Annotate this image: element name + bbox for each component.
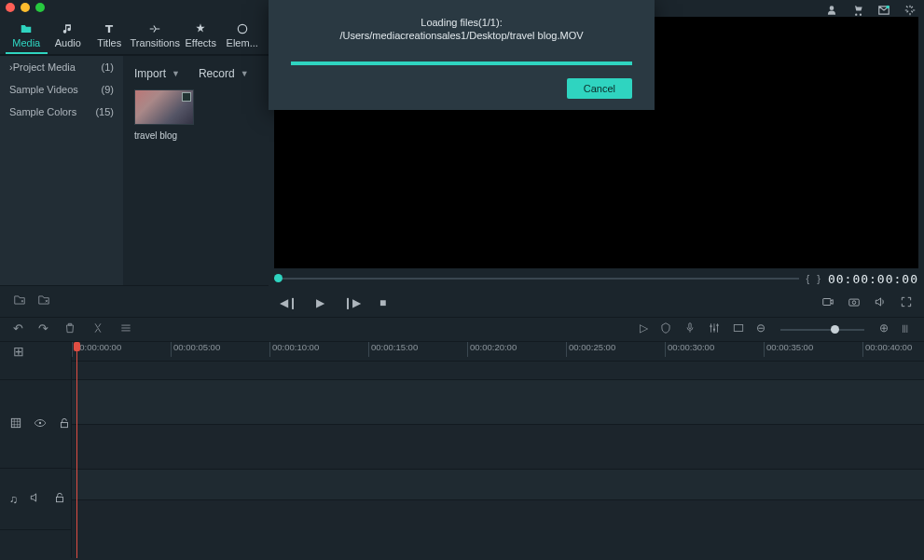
timeline-ruler[interactable]: 00:00:00:00 00:00:05:00 00:00:10:00 00:0… — [72, 342, 924, 361]
timeline-panel: ↶ ↷ ▷ ⊖ ⊕ ⫼ ⊞ ♫ — [0, 317, 924, 559]
play-button[interactable]: ▶ — [316, 296, 324, 309]
fullscreen-icon[interactable] — [900, 295, 913, 311]
ruler-mark: 00:00:30:00 — [665, 342, 764, 357]
add-track-button[interactable]: ⊞ — [0, 342, 71, 361]
loading-dialog: Loading files(1/1): /Users/mediacreation… — [269, 0, 655, 110]
track-row[interactable] — [72, 499, 924, 530]
zoom-out-button[interactable]: ⊖ — [756, 321, 765, 337]
tab-media[interactable]: Media — [6, 17, 48, 54]
tab-effects[interactable]: Effects — [180, 17, 222, 54]
marker-icon[interactable] — [659, 321, 672, 337]
panel-tabs: Media Audio Titles Transitions Effects E… — [0, 17, 269, 55]
new-folder-icon[interactable] — [13, 294, 26, 309]
svg-point-8 — [716, 324, 718, 326]
music-icon — [48, 20, 90, 37]
chevron-down-icon: ▼ — [172, 69, 180, 78]
render-icon[interactable]: ▷ — [640, 321, 648, 337]
tab-audio[interactable]: Audio — [48, 17, 90, 54]
delete-folder-icon[interactable] — [37, 294, 50, 309]
clip-name: travel blog — [134, 130, 194, 141]
media-clip[interactable]: travel blog — [134, 89, 194, 141]
transitions-icon — [131, 20, 180, 37]
category-label: Sample Colors — [9, 106, 76, 117]
ruler-mark: 00:00:00:00 — [72, 342, 171, 357]
category-sample-colors[interactable]: Sample Colors (15) — [0, 101, 123, 123]
audio-track-header[interactable]: ♫ — [0, 469, 71, 530]
close-window-icon[interactable] — [6, 3, 15, 12]
mark-in-icon[interactable]: { — [807, 273, 810, 284]
playhead[interactable] — [76, 342, 77, 558]
import-dropdown[interactable]: Import ▼ — [134, 67, 180, 80]
voiceover-icon[interactable] — [683, 321, 696, 337]
elements-icon — [221, 20, 263, 37]
playback-quality-icon[interactable] — [821, 295, 834, 311]
video-track-header[interactable] — [0, 379, 71, 469]
clip-type-icon — [182, 92, 191, 102]
mixer-icon[interactable] — [708, 321, 721, 337]
playhead-handle[interactable] — [74, 342, 80, 351]
track-lock-icon[interactable] — [58, 417, 71, 432]
maximize-window-icon[interactable] — [35, 3, 45, 12]
media-panel: Media Audio Titles Transitions Effects E… — [0, 17, 269, 317]
category-sample-videos[interactable]: Sample Videos (9) — [0, 78, 123, 101]
preview-actions — [821, 295, 913, 311]
category-list: ›Project Media (1) Sample Videos (9) Sam… — [0, 56, 123, 285]
zoom-handle[interactable] — [831, 325, 839, 334]
category-project-media[interactable]: ›Project Media (1) — [0, 56, 123, 78]
guides-icon[interactable] — [732, 321, 745, 337]
cancel-button[interactable]: Cancel — [567, 78, 632, 99]
record-label: Record — [199, 67, 235, 80]
track-visibility-icon[interactable] — [34, 417, 47, 432]
cart-icon[interactable] — [851, 4, 864, 20]
tab-elements[interactable]: Elem... — [221, 17, 263, 54]
stop-button[interactable]: ■ — [379, 296, 386, 309]
account-icon[interactable] — [825, 4, 838, 20]
tab-transitions[interactable]: Transitions — [131, 17, 180, 54]
tab-label: Titles — [89, 37, 131, 48]
notifications-icon[interactable] — [877, 4, 890, 20]
record-dropdown[interactable]: Record ▼ — [199, 67, 249, 80]
zoom-in-button[interactable]: ⊕ — [879, 321, 889, 337]
split-button[interactable] — [91, 321, 104, 337]
ruler-mark: 00:00:35:00 — [764, 342, 862, 357]
timeline-view-tools: ▷ ⊖ ⊕ ⫼ — [640, 321, 911, 337]
track-row[interactable] — [72, 361, 924, 379]
svg-point-7 — [713, 329, 715, 331]
edit-tools-icon[interactable] — [119, 321, 132, 337]
track-row[interactable] — [72, 469, 924, 499]
scrub-handle[interactable] — [274, 274, 283, 282]
scrub-track[interactable] — [274, 278, 799, 280]
settings-icon[interactable] — [903, 4, 917, 20]
redo-button[interactable]: ↷ — [38, 321, 48, 337]
snapshot-icon[interactable] — [848, 295, 861, 311]
effects-icon — [180, 20, 222, 37]
delete-button[interactable] — [63, 321, 76, 337]
track-row[interactable] — [72, 379, 924, 424]
undo-button[interactable]: ↶ — [13, 321, 23, 337]
zoom-slider[interactable] — [780, 329, 864, 331]
ruler-mark: 00:00:15:00 — [368, 342, 467, 357]
minimize-window-icon[interactable] — [21, 3, 30, 12]
timeline-tracks[interactable]: 00:00:00:00 00:00:05:00 00:00:10:00 00:0… — [72, 342, 924, 558]
step-back-button[interactable]: ◀❙ — [280, 296, 297, 309]
mark-out-icon[interactable]: } — [817, 273, 821, 284]
preview-timecode: 00:00:00:00 — [828, 272, 918, 286]
step-forward-button[interactable]: ❙▶ — [343, 296, 361, 309]
zoom-fit-icon[interactable]: ⫼ — [900, 321, 911, 337]
volume-icon[interactable] — [874, 295, 887, 311]
svg-rect-12 — [62, 422, 68, 427]
svg-point-4 — [852, 300, 856, 304]
svg-rect-5 — [689, 323, 691, 329]
track-row[interactable] — [72, 424, 924, 469]
svg-point-1 — [238, 24, 246, 33]
category-label: Sample Videos — [9, 84, 78, 95]
tab-titles[interactable]: Titles — [89, 17, 131, 54]
window-traffic-lights[interactable] — [6, 3, 45, 12]
track-lock-icon[interactable] — [53, 491, 66, 507]
category-label: Project Media — [13, 61, 76, 73]
tab-label: Elem... — [221, 37, 263, 48]
video-track-icon — [9, 417, 22, 432]
svg-rect-3 — [849, 299, 860, 306]
tab-label: Transitions — [131, 37, 180, 48]
track-mute-icon[interactable] — [29, 491, 42, 507]
